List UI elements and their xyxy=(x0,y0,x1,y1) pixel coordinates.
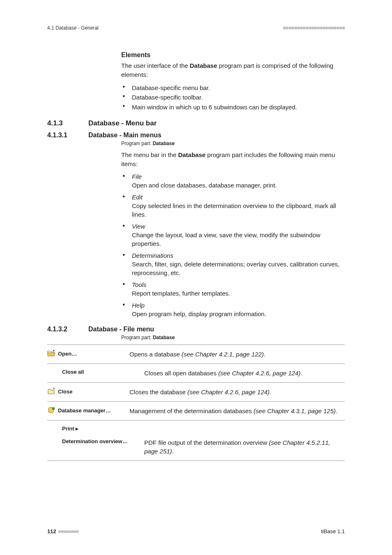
page-number-value: 112 xyxy=(47,528,56,534)
menu-name: Edit xyxy=(132,193,345,201)
cross-ref: (see Chapter 4.2.1, page 122) xyxy=(182,351,264,358)
label-text: Determination overview… xyxy=(62,438,128,445)
section-number: 4.1.3.2 xyxy=(47,326,88,333)
row-desc: Closes the database (see Chapter 4.2.6, … xyxy=(129,388,345,396)
menu-desc: Open program help, display program infor… xyxy=(132,310,345,318)
text: Closes all open databases xyxy=(144,370,218,377)
row-desc: Closes all open databases (see Chapter 4… xyxy=(144,369,345,377)
section-heading-413: 4.1.3 Database - Menu bar xyxy=(47,119,345,127)
text-strong: Database xyxy=(153,335,175,340)
text: The menu bar in the xyxy=(121,151,178,158)
menu-desc: Report templates, further templates. xyxy=(132,289,345,298)
menu-name: Determinations xyxy=(132,251,345,260)
label-text: Close all xyxy=(62,369,84,375)
row-label: Open… xyxy=(47,350,129,357)
text: The user interface of the xyxy=(121,62,190,69)
label-text: Print ▸ xyxy=(62,426,78,432)
text: Closes the database xyxy=(129,388,187,395)
footer-product: tiBase 1.1 xyxy=(321,528,345,534)
text: . xyxy=(264,351,265,358)
table-row: Print ▸ xyxy=(47,421,345,433)
text: Program part: xyxy=(121,335,153,340)
close-folder-icon xyxy=(47,388,55,395)
table-row: Open… Opens a database (see Chapter 4.2.… xyxy=(47,345,345,364)
row-label: Print ▸ xyxy=(47,426,144,432)
list-item: FileOpen and close databases, database m… xyxy=(121,172,345,190)
row-label: Close xyxy=(47,388,129,395)
list-item: Main window in which up to 6 subwindows … xyxy=(121,103,345,112)
menu-desc: Search, filter, sign, delete determinati… xyxy=(132,260,345,277)
text: Opens a database xyxy=(129,351,182,358)
text: . xyxy=(172,448,174,455)
label-text: Open… xyxy=(58,351,77,357)
main-menus-intro: The menu bar in the Database program par… xyxy=(121,150,345,169)
program-part-line: Program part: Database xyxy=(121,335,345,340)
row-desc: PDF file output of the determination ove… xyxy=(144,438,345,456)
database-manager-icon xyxy=(47,407,55,414)
elements-bullets: Database-specific menu bar. Database-spe… xyxy=(121,83,345,112)
open-folder-icon xyxy=(47,350,55,357)
table-row: Determination overview… PDF file output … xyxy=(47,433,345,461)
main-menus-list: FileOpen and close databases, database m… xyxy=(121,172,345,318)
program-part-line: Program part: Database xyxy=(121,141,345,146)
row-label: Database manager… xyxy=(47,407,129,414)
text-strong: Database xyxy=(153,141,175,146)
menu-name: View xyxy=(132,222,345,231)
list-item: EditCopy selected lines in the determina… xyxy=(121,193,345,219)
list-item: ToolsReport templates, further templates… xyxy=(121,280,345,298)
list-item: HelpOpen program help, display program i… xyxy=(121,301,345,318)
label-text: Close xyxy=(58,388,72,395)
cross-ref: (see Chapter 4.3.1, page 125) xyxy=(254,407,336,414)
file-menu-table: Open… Opens a database (see Chapter 4.2.… xyxy=(47,345,345,461)
menu-desc: Open and close databases, database manag… xyxy=(132,181,345,190)
elements-intro: The user interface of the Database progr… xyxy=(121,61,345,79)
section-number: 4.1.3.1 xyxy=(47,132,88,139)
list-item: Database-specific menu bar. xyxy=(121,83,345,92)
header-breadcrumb: 4.1 Database - General xyxy=(47,25,99,31)
row-desc: Management of the determination database… xyxy=(129,407,345,415)
subsection-heading-4132: 4.1.3.2 Database - File menu xyxy=(47,326,345,333)
list-item: ViewChange the layout, load a view, save… xyxy=(121,222,345,248)
page-number: 112 ■■■■■■■■ xyxy=(47,528,78,534)
footer-decoration: ■■■■■■■■ xyxy=(58,529,78,534)
text: Program part: xyxy=(121,141,153,146)
menu-name: Help xyxy=(132,301,345,310)
table-row: Close all Closes all open databases (see… xyxy=(47,364,345,383)
menu-name: Tools xyxy=(132,280,345,289)
subsection-heading-4131: 4.1.3.1 Database - Main menus xyxy=(47,132,345,139)
list-item: Database-specific toolbar. xyxy=(121,93,345,102)
text: . xyxy=(336,407,337,414)
cross-ref: (see Chapter 4.2.6, page 124) xyxy=(218,370,300,377)
svg-point-1 xyxy=(52,407,55,410)
menu-desc: Change the layout, load a view, save the… xyxy=(132,231,345,248)
menu-name: File xyxy=(132,172,345,181)
row-label: Determination overview… xyxy=(47,438,144,445)
list-item: DeterminationsSearch, filter, sign, dele… xyxy=(121,251,345,277)
label-text: Database manager… xyxy=(58,407,111,414)
table-row: Database manager… Management of the dete… xyxy=(47,402,345,421)
section-title: Database - Menu bar xyxy=(88,119,157,127)
header-decoration: ■■■■■■■■■■■■■■■■■■■■■■ xyxy=(283,25,345,31)
cross-ref: (see Chapter 4.2.6, page 124) xyxy=(187,388,270,395)
text-strong: Database xyxy=(178,151,205,158)
row-label: Close all xyxy=(47,369,144,375)
section-title: Database - Main menus xyxy=(88,132,161,139)
row-desc: Opens a database (see Chapter 4.2.1, pag… xyxy=(129,350,345,358)
text: . xyxy=(300,370,302,377)
section-number: 4.1.3 xyxy=(47,119,88,127)
menu-desc: Copy selected lines in the determination… xyxy=(132,201,345,219)
elements-heading: Elements xyxy=(121,51,345,59)
table-row: Close Closes the database (see Chapter 4… xyxy=(47,383,345,402)
text: Management of the determination database… xyxy=(129,407,254,414)
text: PDF file output of the determination ove… xyxy=(144,439,269,446)
text-strong: Database xyxy=(190,62,217,69)
text: . xyxy=(270,388,271,395)
section-title: Database - File menu xyxy=(88,326,154,333)
